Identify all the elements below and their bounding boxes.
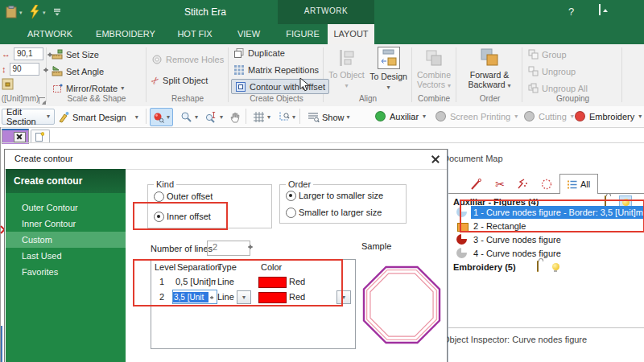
auxiliar-lock-icon[interactable] xyxy=(605,195,606,207)
sidebar-item-favorites[interactable]: Favorites xyxy=(6,264,126,280)
smaller-to-larger-radio[interactable] xyxy=(286,208,296,218)
contour-with-offset-button[interactable]: Contour with Offset xyxy=(231,79,329,94)
tab-layout[interactable]: LAYOUT xyxy=(328,24,374,44)
tree-item-curve-1[interactable]: 1 - Curve nodes figure - Border: 3,5 [Un… xyxy=(473,208,644,217)
new-document-tab-button[interactable] xyxy=(31,130,50,143)
sidebar-item-last-used[interactable]: Last Used xyxy=(6,248,126,264)
forward-backward-button[interactable]: Forward & Backward ▾ xyxy=(459,47,520,89)
proportional-lock-icon[interactable] xyxy=(2,78,14,90)
to-design-button[interactable]: To Design ▾ xyxy=(368,47,409,91)
new-document-icon xyxy=(35,132,44,142)
row2-type-dropdown[interactable]: ▾ xyxy=(237,290,251,304)
map-tab-needle[interactable] xyxy=(466,175,485,193)
snap-button[interactable]: ▾ xyxy=(275,108,299,126)
tab-figure[interactable]: FIGURE xyxy=(279,24,327,44)
tree-item-curve-4[interactable]: 4 - Curve nodes figure xyxy=(473,249,561,258)
tab-embroidery[interactable]: EMBROIDERY xyxy=(87,24,164,44)
pan-button[interactable] xyxy=(226,108,245,126)
set-size-button[interactable]: Set Size xyxy=(52,49,99,60)
zoom-scale-button[interactable]: ▾ xyxy=(202,108,226,126)
row1-color: Red xyxy=(289,277,305,286)
size-dialog-launcher-icon[interactable] xyxy=(39,97,45,104)
lightning-dropdown-icon[interactable]: ▾ xyxy=(43,10,46,15)
matrix-repetitions-label: Matrix Repetitions xyxy=(248,65,319,75)
lightning-icon[interactable] xyxy=(29,5,40,19)
map-tab-stitch[interactable] xyxy=(513,175,532,193)
layer-embroidery[interactable]: Embroidery ▾ xyxy=(575,108,642,125)
inspector-divider xyxy=(448,327,644,328)
to-design-icon xyxy=(368,47,409,69)
larger-to-smaller-radio[interactable] xyxy=(286,191,296,201)
stitch-icon xyxy=(516,178,529,191)
sidebar-item-outer-contour[interactable]: Outer Contour xyxy=(6,200,126,216)
number-of-lines-input[interactable]: 2 xyxy=(207,241,250,256)
map-tab-scissors[interactable]: ✂ xyxy=(490,175,510,193)
fullscreen-icon[interactable] xyxy=(599,5,601,14)
row2-color-swatch[interactable] xyxy=(258,292,287,303)
map-tab-all[interactable]: All xyxy=(559,174,598,194)
row1-separation[interactable]: 0,5 [Unit]mn xyxy=(175,277,216,286)
row2-separation-stepper[interactable] xyxy=(209,292,215,302)
combine-vectors-button: Combine Vectors ▾ xyxy=(414,48,454,89)
snap-ruler-icon xyxy=(278,111,290,123)
height-stepper[interactable] xyxy=(43,64,50,76)
duplicate-button[interactable]: Duplicate xyxy=(233,47,285,59)
dialog-title-bar[interactable]: Create contour xyxy=(5,150,447,170)
grid-button[interactable]: ▾ xyxy=(250,108,274,126)
outer-offset-radio[interactable] xyxy=(154,191,164,202)
row2-separation-edit[interactable]: 3,5 [Unit xyxy=(172,290,217,304)
screen-printing-dot-icon xyxy=(436,111,446,121)
edit-section-button[interactable]: Edit Section ▾ xyxy=(2,109,55,125)
zoom-red-ball-icon xyxy=(153,112,164,123)
document-tab-close-icon[interactable] xyxy=(14,132,26,142)
row2-color-dropdown[interactable]: ▾ xyxy=(336,290,351,304)
tree-item-curve-3[interactable]: 3 - Curve nodes figure xyxy=(473,235,561,245)
height-arrow-icon: ↕ xyxy=(2,64,6,74)
mirror-rotate-button[interactable]: Mirror/Rotate ▾ xyxy=(52,83,124,94)
show-button[interactable]: Show ▾ xyxy=(304,108,353,126)
row1-type[interactable]: Line xyxy=(217,277,234,286)
sidebar-item-custom[interactable]: Custom xyxy=(6,232,126,248)
contour-with-offset-label: Contour with Offset xyxy=(250,82,325,92)
tree-section-embroidery[interactable]: Embroidery (5) xyxy=(453,262,516,272)
outer-offset-label[interactable]: Outer offset xyxy=(167,191,213,201)
row2-type[interactable]: Line xyxy=(217,292,234,302)
tab-artwork[interactable]: ARTWORK xyxy=(16,24,84,44)
zoom-selection-button[interactable]: ▾ xyxy=(150,108,173,126)
sidebar-item-inner-contour[interactable]: Inner Contour xyxy=(6,216,126,232)
clipboard-dropdown-icon[interactable]: ▾ xyxy=(19,10,23,15)
inner-offset-label[interactable]: Inner offset xyxy=(167,212,211,221)
forward-backward-label: Forward & Backward xyxy=(468,70,509,89)
curve-figure-1-icon xyxy=(456,207,467,217)
quick-access-more-icon[interactable] xyxy=(53,8,61,16)
row1-color-swatch[interactable] xyxy=(258,277,287,288)
tabstrip-divider xyxy=(0,142,644,143)
layer-auxiliar[interactable]: Auxiliar ▾ xyxy=(375,108,426,125)
width-input[interactable]: 90,1 xyxy=(14,47,43,60)
cutting-dot-icon xyxy=(524,111,535,121)
set-angle-button[interactable]: Set Angle xyxy=(52,66,104,77)
help-icon[interactable]: ? xyxy=(568,6,574,18)
embroidery-visibility-bulb-icon[interactable] xyxy=(550,261,561,272)
height-input[interactable]: 90 xyxy=(10,63,39,76)
dialog-close-icon[interactable] xyxy=(430,154,441,165)
number-of-lines-stepper[interactable] xyxy=(247,241,254,253)
inner-offset-radio[interactable] xyxy=(154,212,164,222)
split-object-button[interactable]: ✂ Split Object xyxy=(151,75,208,86)
scale-shape-group-label: Scale && Shape xyxy=(48,94,145,103)
reshape-group-label: Reshape xyxy=(148,94,227,103)
matrix-repetitions-button[interactable]: Matrix Repetitions xyxy=(233,64,319,76)
tab-view[interactable]: VIEW xyxy=(225,24,272,44)
height-field-row: ↕ 90 xyxy=(2,63,50,76)
tab-hot-fix[interactable]: HOT FIX xyxy=(167,24,222,44)
map-tab-outline[interactable] xyxy=(537,175,556,193)
larger-to-smaller-label[interactable]: Larger to smaller size xyxy=(299,191,383,200)
zoom-window-button[interactable]: ▾ xyxy=(177,108,201,126)
clipboard-icon[interactable] xyxy=(6,6,17,19)
embroidery-lock-icon[interactable] xyxy=(537,261,539,272)
smart-design-button[interactable]: Smart Design ▾ xyxy=(55,108,142,126)
smaller-to-larger-label[interactable]: Smaller to larger size xyxy=(299,208,382,217)
sample-contour-1-octagon xyxy=(367,270,437,340)
auxiliar-dot-icon xyxy=(375,111,386,121)
tree-item-rectangle-2[interactable]: 2 - Rectangle xyxy=(473,221,526,231)
